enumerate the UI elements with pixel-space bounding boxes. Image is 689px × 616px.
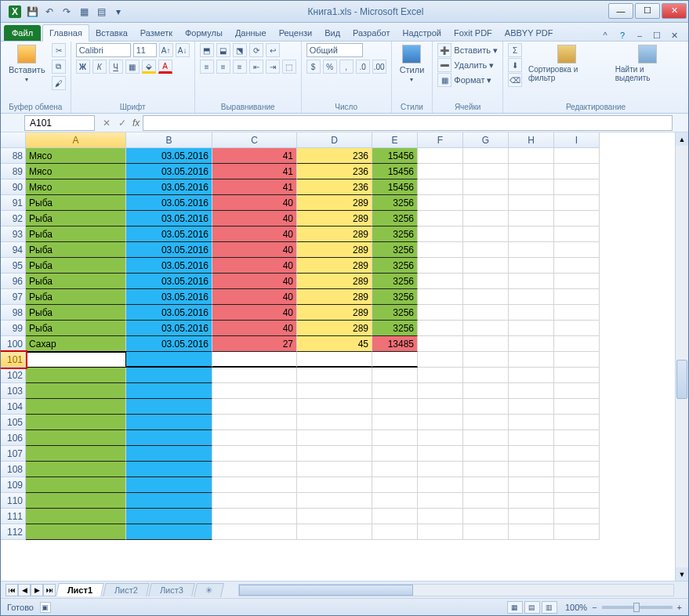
cell-H111[interactable] bbox=[509, 509, 554, 524]
cell-E112[interactable] bbox=[372, 524, 418, 540]
cell-D111[interactable] bbox=[297, 509, 372, 524]
cell-D102[interactable] bbox=[297, 368, 372, 383]
cell-D105[interactable] bbox=[297, 415, 372, 430]
cell-H107[interactable] bbox=[509, 446, 554, 462]
cell-E109[interactable] bbox=[372, 477, 418, 493]
undo-icon[interactable]: ↶ bbox=[43, 5, 56, 18]
cell-F109[interactable] bbox=[418, 477, 463, 493]
copy-icon[interactable]: ⧉ bbox=[52, 60, 66, 74]
cell-B100[interactable]: 03.05.2016 bbox=[126, 336, 212, 352]
row-header-89[interactable]: 89 bbox=[1, 164, 26, 179]
row-header-103[interactable]: 103 bbox=[1, 383, 26, 399]
cell-A100[interactable]: Сахар bbox=[26, 336, 126, 352]
row-header-96[interactable]: 96 bbox=[1, 274, 26, 289]
cell-D92[interactable]: 289 bbox=[297, 211, 372, 226]
font-color-icon[interactable]: A bbox=[158, 60, 172, 74]
cell-G90[interactable] bbox=[463, 179, 509, 195]
row-header-104[interactable]: 104 bbox=[1, 399, 26, 415]
autosum-icon[interactable]: Σ bbox=[508, 43, 522, 57]
cell-B109[interactable] bbox=[126, 477, 212, 493]
delete-cells-button[interactable]: ➖Удалить ▾ bbox=[437, 58, 498, 72]
cell-B98[interactable]: 03.05.2016 bbox=[126, 305, 212, 321]
row-header-102[interactable]: 102 bbox=[1, 368, 26, 383]
col-header-B[interactable]: B bbox=[126, 132, 212, 148]
wrap-icon[interactable]: ↩ bbox=[266, 43, 280, 57]
cell-A112[interactable] bbox=[26, 524, 126, 540]
cell-I90[interactable] bbox=[554, 179, 600, 195]
cell-I98[interactable] bbox=[554, 305, 600, 321]
border-icon[interactable]: ▦ bbox=[125, 60, 140, 74]
sheet-nav-first-icon[interactable]: ⏮ bbox=[5, 584, 18, 596]
cell-H100[interactable] bbox=[509, 336, 554, 352]
qat-icon[interactable]: ▦ bbox=[78, 5, 90, 18]
row-header-111[interactable]: 111 bbox=[1, 509, 26, 524]
redo-icon[interactable]: ↷ bbox=[60, 5, 73, 18]
fx-icon[interactable]: fx bbox=[132, 118, 140, 129]
cell-G102[interactable] bbox=[463, 368, 509, 383]
cell-I94[interactable] bbox=[554, 242, 600, 258]
cell-I91[interactable] bbox=[554, 195, 600, 211]
zoom-in-icon[interactable]: + bbox=[677, 603, 682, 612]
cell-F88[interactable] bbox=[418, 148, 463, 164]
cell-B91[interactable]: 03.05.2016 bbox=[126, 195, 212, 211]
cell-H101[interactable] bbox=[509, 352, 554, 368]
bold-button[interactable]: Ж bbox=[76, 60, 90, 74]
font-size-input[interactable]: 11 bbox=[133, 43, 157, 57]
cell-I108[interactable] bbox=[554, 462, 600, 477]
cell-E105[interactable] bbox=[372, 415, 418, 430]
cell-F108[interactable] bbox=[418, 462, 463, 477]
maximize-button[interactable]: ☐ bbox=[635, 3, 660, 19]
font-name-input[interactable]: Calibri bbox=[76, 43, 131, 57]
cell-A94[interactable]: Рыба bbox=[26, 242, 126, 258]
sheet-nav-last-icon[interactable]: ⏭ bbox=[43, 584, 56, 596]
cell-I106[interactable] bbox=[554, 430, 600, 446]
row-header-106[interactable]: 106 bbox=[1, 430, 26, 446]
row-header-101[interactable]: 101 bbox=[1, 352, 26, 368]
cell-G105[interactable] bbox=[463, 415, 509, 430]
cell-B94[interactable]: 03.05.2016 bbox=[126, 242, 212, 258]
underline-button[interactable]: Ч bbox=[109, 60, 123, 74]
cell-C100[interactable]: 27 bbox=[212, 336, 297, 352]
cell-C109[interactable] bbox=[212, 477, 297, 493]
row-header-107[interactable]: 107 bbox=[1, 446, 26, 462]
cell-H95[interactable] bbox=[509, 258, 554, 274]
number-format-input[interactable]: Общий bbox=[306, 43, 363, 57]
cell-D101[interactable] bbox=[297, 352, 372, 368]
sheet-tab-3[interactable]: Лист3 bbox=[148, 583, 195, 596]
cell-F89[interactable] bbox=[418, 164, 463, 179]
cell-D109[interactable] bbox=[297, 477, 372, 493]
scroll-thumb[interactable] bbox=[676, 360, 687, 399]
cell-H112[interactable] bbox=[509, 524, 554, 540]
close-button[interactable]: ✕ bbox=[662, 3, 687, 19]
qat-dropdown-icon[interactable]: ▾ bbox=[112, 5, 125, 18]
row-header-93[interactable]: 93 bbox=[1, 226, 26, 242]
cell-A106[interactable] bbox=[26, 430, 126, 446]
cell-E98[interactable]: 3256 bbox=[372, 305, 418, 321]
cell-C104[interactable] bbox=[212, 399, 297, 415]
format-cells-button[interactable]: ▦Формат ▾ bbox=[437, 73, 498, 87]
cell-B106[interactable] bbox=[126, 430, 212, 446]
cell-G104[interactable] bbox=[463, 399, 509, 415]
cell-G99[interactable] bbox=[463, 321, 509, 336]
col-header-G[interactable]: G bbox=[463, 132, 509, 148]
row-header-88[interactable]: 88 bbox=[1, 148, 26, 164]
cell-G92[interactable] bbox=[463, 211, 509, 226]
cell-E97[interactable]: 3256 bbox=[372, 289, 418, 305]
save-icon[interactable]: 💾 bbox=[26, 5, 38, 18]
cell-I96[interactable] bbox=[554, 274, 600, 289]
horizontal-scrollbar[interactable] bbox=[238, 584, 674, 596]
cell-D108[interactable] bbox=[297, 462, 372, 477]
sheet-nav-next-icon[interactable]: ▶ bbox=[31, 584, 43, 596]
cell-A95[interactable]: Рыба bbox=[26, 258, 126, 274]
cell-I111[interactable] bbox=[554, 509, 600, 524]
row-header-108[interactable]: 108 bbox=[1, 462, 26, 477]
col-header-H[interactable]: H bbox=[509, 132, 554, 148]
indent-inc-icon[interactable]: ⇥ bbox=[266, 60, 280, 74]
cell-B96[interactable]: 03.05.2016 bbox=[126, 274, 212, 289]
align-center-icon[interactable]: ≡ bbox=[216, 60, 230, 74]
cell-C95[interactable]: 40 bbox=[212, 258, 297, 274]
cell-D98[interactable]: 289 bbox=[297, 305, 372, 321]
tab-foxit[interactable]: Foxit PDF bbox=[448, 25, 499, 41]
new-sheet-tab[interactable]: ✳ bbox=[194, 583, 224, 597]
row-header-109[interactable]: 109 bbox=[1, 477, 26, 493]
